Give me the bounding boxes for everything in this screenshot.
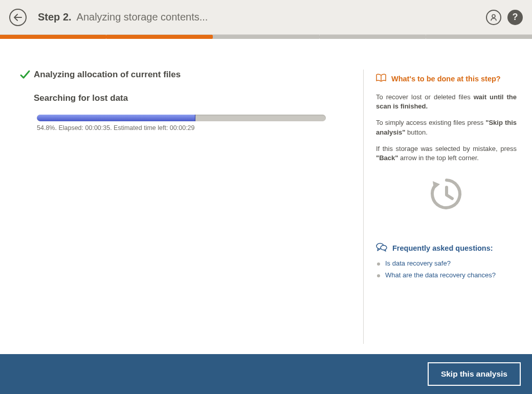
side-para-1: To recover lost or deleted files wait un… xyxy=(376,93,517,111)
checkmark-icon xyxy=(19,70,34,82)
step-segment-4 xyxy=(320,35,426,39)
header: Step 2. Analyzing storage contents... ? xyxy=(0,0,532,35)
progress-caption: 54.8%. Elapsed: 00:00:35. Estimated time… xyxy=(37,124,348,132)
step-segment-2 xyxy=(106,35,212,39)
side-para-2: To simply access existing files press "S… xyxy=(376,118,517,137)
svg-marker-2 xyxy=(433,181,440,189)
step-segment-3 xyxy=(213,35,319,39)
task-row-active: Searching for lost data xyxy=(37,93,348,103)
faq-link-2[interactable]: What are the data recovery chances? xyxy=(376,271,517,279)
chat-icon xyxy=(376,243,387,253)
task-title-done: Analyzing allocation of current files xyxy=(34,70,181,80)
wizard-steps-bar xyxy=(0,35,532,39)
side-panel: What's to be done at this step? To recov… xyxy=(363,70,517,344)
side-heading: What's to be done at this step? xyxy=(376,74,517,83)
side-para-3: If this storage was selected by mistake,… xyxy=(376,144,517,163)
progress-bar-fill xyxy=(37,115,195,121)
arrow-left-icon xyxy=(14,14,22,21)
question-icon: ? xyxy=(513,12,518,23)
faq-heading-text: Frequently asked questions: xyxy=(392,244,493,252)
faq-list: Is data recovery safe? What are the data… xyxy=(376,259,517,279)
back-button[interactable] xyxy=(9,9,27,26)
step-number: Step 2. xyxy=(38,11,72,23)
clock-rewind-icon xyxy=(376,176,517,212)
help-button[interactable]: ? xyxy=(507,10,523,25)
svg-point-4 xyxy=(381,246,387,250)
main-panel: Analyzing allocation of current files Se… xyxy=(37,70,363,344)
step-segment-1 xyxy=(0,35,106,39)
user-icon xyxy=(490,14,497,21)
faq-link-1[interactable]: Is data recovery safe? xyxy=(376,259,517,267)
progress-bar xyxy=(37,115,326,121)
footer: Skip this analysis xyxy=(0,354,532,394)
progress-block: 54.8%. Elapsed: 00:00:35. Estimated time… xyxy=(37,115,348,132)
book-icon xyxy=(376,74,386,83)
task-title-active: Searching for lost data xyxy=(34,93,128,103)
account-button[interactable] xyxy=(486,10,501,25)
svg-point-0 xyxy=(492,14,495,17)
side-heading-text: What's to be done at this step? xyxy=(391,75,501,83)
page-title: Step 2. Analyzing storage contents... xyxy=(38,11,208,23)
step-segment-5 xyxy=(426,35,532,39)
step-title-text: Analyzing storage contents... xyxy=(77,11,208,23)
task-row-done: Analyzing allocation of current files xyxy=(37,70,348,82)
faq-heading: Frequently asked questions: xyxy=(376,243,517,253)
skip-analysis-button[interactable]: Skip this analysis xyxy=(428,362,521,386)
